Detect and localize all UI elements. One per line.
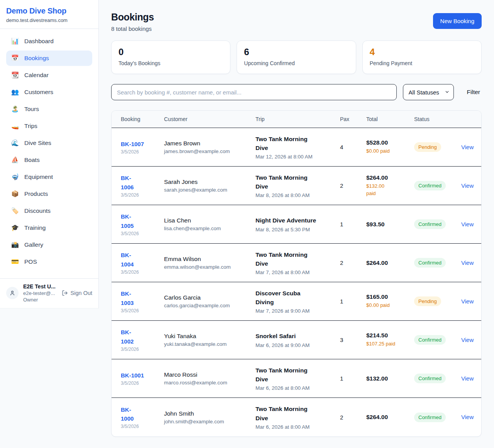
- status-badge: Confirmed: [414, 413, 446, 422]
- booking-id-link[interactable]: BK-1001: [121, 371, 144, 380]
- sidebar-item-discounts[interactable]: 🏷️Discounts: [6, 203, 92, 219]
- sidebar-item-dashboard[interactable]: 📊Dashboard: [6, 34, 92, 49]
- trip-name: Two Tank Morning Dive: [255, 404, 318, 423]
- stat-card: 4Pending Payment: [362, 40, 482, 74]
- trip-name: Two Tank Morning Dive: [255, 366, 318, 384]
- customer-email: james.brown@example.com: [164, 148, 252, 154]
- pax-count: 2: [340, 182, 366, 189]
- view-link[interactable]: View: [461, 375, 474, 382]
- booking-date: 3/5/2026: [121, 192, 160, 198]
- dive-sites-icon: 🌊: [11, 140, 19, 146]
- sidebar-user-footer: E2E Test U... e2e-tester@... Owner Sign …: [0, 278, 98, 308]
- gallery-icon: 📸: [11, 242, 19, 248]
- products-icon: 📦: [11, 191, 19, 197]
- view-link[interactable]: View: [461, 298, 474, 305]
- column-header-customer: Customer: [164, 116, 255, 122]
- filter-button[interactable]: Filter: [467, 89, 480, 96]
- column-header-actions: [461, 116, 472, 122]
- brand-block: Demo Dive Shop demo.test.divestreams.com: [0, 0, 98, 29]
- view-link[interactable]: View: [461, 221, 474, 227]
- trip-name: Discover Scuba Diving: [255, 289, 318, 307]
- stat-value: 4: [370, 47, 474, 57]
- sidebar-item-label: Dive Sites: [24, 140, 51, 147]
- sidebar-item-label: Gallery: [24, 241, 43, 248]
- customer-name: Carlos Garcia: [164, 294, 252, 301]
- new-booking-button[interactable]: New Booking: [433, 13, 482, 29]
- trips-icon: 🚤: [11, 123, 19, 129]
- sidebar-item-pos[interactable]: 💳POS: [6, 254, 92, 269]
- booking-id-link[interactable]: BK-1000: [121, 405, 137, 423]
- sidebar-item-calendar[interactable]: 📆Calendar: [6, 67, 92, 83]
- customer-email: carlos.garcia@example.com: [164, 303, 252, 308]
- sidebar-item-tours[interactable]: 🏝️Tours: [6, 101, 92, 117]
- sign-out-label: Sign Out: [71, 290, 92, 296]
- booking-date: 3/5/2026: [121, 231, 160, 236]
- brand-title[interactable]: Demo Dive Shop: [6, 7, 92, 15]
- user-info: E2E Test U... e2e-tester@... Owner: [23, 283, 57, 303]
- booking-id-link[interactable]: BK-1003: [121, 289, 137, 307]
- paid-amount: $132.00 paid: [366, 183, 389, 197]
- sidebar-item-label: Discounts: [24, 207, 51, 214]
- table-row: BK-1001 3/5/2026 Marco Rossi marco.rossi…: [112, 359, 481, 398]
- equipment-icon: 🤿: [11, 174, 19, 180]
- user-role: Owner: [23, 297, 57, 303]
- booking-id-link[interactable]: BK-1007: [121, 140, 144, 148]
- booking-id-link[interactable]: BK-1005: [121, 212, 137, 230]
- status-select-wrap: All Statuses: [403, 84, 454, 100]
- stats-row: 0Today's Bookings6Upcoming Confirmed4Pen…: [111, 40, 482, 74]
- status-badge: Confirmed: [414, 181, 446, 190]
- brand-domain: demo.test.divestreams.com: [6, 17, 92, 23]
- pax-count: 1: [340, 375, 366, 382]
- view-link[interactable]: View: [461, 144, 474, 150]
- total-amount: $93.50: [366, 221, 410, 228]
- boats-icon: ⛵: [11, 157, 19, 163]
- table-row: BK-1000 3/5/2026 John Smith john.smith@e…: [112, 398, 481, 436]
- search-input[interactable]: [111, 84, 397, 100]
- sidebar-item-customers[interactable]: 👥Customers: [6, 84, 92, 100]
- sidebar-item-label: Customers: [24, 89, 53, 96]
- pax-count: 4: [340, 144, 366, 150]
- total-amount: $264.00: [366, 414, 410, 421]
- total-amount: $528.00: [366, 139, 410, 146]
- page-title: Bookings: [111, 12, 154, 23]
- sidebar-item-bookings[interactable]: 📅Bookings: [6, 51, 92, 66]
- filter-row: All Statuses Filter: [111, 84, 482, 100]
- sign-out-button[interactable]: Sign Out: [62, 290, 92, 296]
- sidebar-item-boats[interactable]: ⛵Boats: [6, 152, 92, 168]
- booking-id-link[interactable]: BK-1002: [121, 328, 137, 346]
- booking-id-link[interactable]: BK-1006: [121, 173, 137, 192]
- sidebar-item-trips[interactable]: 🚤Trips: [6, 118, 92, 134]
- customer-email: lisa.chen@example.com: [164, 226, 252, 231]
- booking-id-link[interactable]: BK-1004: [121, 251, 137, 269]
- view-link[interactable]: View: [461, 259, 474, 266]
- status-select[interactable]: All Statuses: [403, 84, 454, 100]
- sidebar-item-label: Training: [24, 224, 46, 231]
- tours-icon: 🏝️: [11, 106, 19, 112]
- status-badge: Pending: [414, 296, 441, 306]
- sidebar-item-dive-sites[interactable]: 🌊Dive Sites: [6, 135, 92, 151]
- user-email: e2e-tester@...: [23, 290, 57, 296]
- sidebar-item-training[interactable]: 🎓Training: [6, 220, 92, 236]
- column-header-total: Total: [366, 116, 414, 122]
- sidebar-item-label: Calendar: [24, 72, 49, 79]
- sidebar-item-equipment[interactable]: 🤿Equipment: [6, 169, 92, 185]
- trip-datetime: Mar 8, 2026 at 8:00 AM: [255, 192, 336, 198]
- stat-label: Today's Bookings: [118, 60, 223, 66]
- pax-count: 2: [340, 259, 366, 266]
- paid-amount: $0.00 paid: [366, 302, 410, 309]
- trip-datetime: Mar 6, 2026 at 9:00 AM: [255, 342, 336, 348]
- booking-date: 3/5/2026: [121, 308, 160, 313]
- table-row: BK-1005 3/5/2026 Lisa Chen lisa.chen@exa…: [112, 205, 481, 244]
- customer-email: john.smith@example.com: [164, 419, 252, 424]
- customer-email: marco.rossi@example.com: [164, 380, 252, 386]
- pax-count: 2: [340, 414, 366, 421]
- sidebar-item-products[interactable]: 📦Products: [6, 186, 92, 202]
- customer-name: Lisa Chen: [164, 217, 252, 224]
- view-link[interactable]: View: [461, 337, 474, 343]
- column-header-trip: Trip: [255, 116, 340, 122]
- view-link[interactable]: View: [461, 182, 474, 189]
- customer-name: John Smith: [164, 410, 252, 417]
- customer-name: Sarah Jones: [164, 179, 252, 185]
- view-link[interactable]: View: [461, 414, 474, 420]
- sidebar-item-gallery[interactable]: 📸Gallery: [6, 237, 92, 253]
